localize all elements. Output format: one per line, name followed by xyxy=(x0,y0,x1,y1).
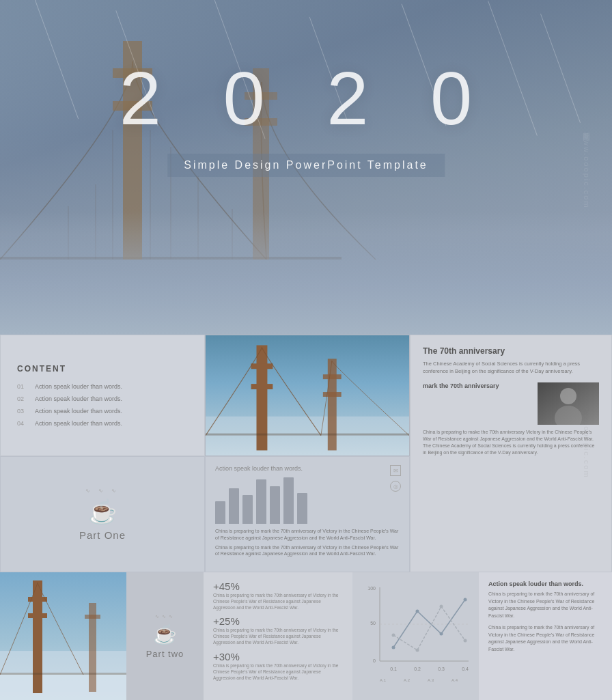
svg-text:50: 50 xyxy=(370,621,376,626)
action-body-f1: China is preparing to mark the 70th anni… xyxy=(488,591,602,619)
middle-section: CONTENT 01 Action speak louder than word… xyxy=(0,335,410,572)
svg-text:A.3: A.3 xyxy=(428,678,434,682)
svg-rect-86 xyxy=(0,673,126,700)
content-heading: CONTENT xyxy=(17,364,188,374)
email-r2: ✉ xyxy=(390,465,401,476)
fog-overlay xyxy=(0,212,612,335)
action-text-final: Action speak louder than words. China is… xyxy=(479,572,612,700)
item-01: 01 Action speak louder than words. xyxy=(17,383,188,390)
content-cell: CONTENT 01 Action speak louder than word… xyxy=(0,335,205,456)
svg-point-104 xyxy=(416,610,419,613)
chart-tagline-r2: Action speak louder than words. xyxy=(215,465,400,472)
svg-rect-89 xyxy=(28,613,47,618)
svg-point-110 xyxy=(464,639,467,643)
svg-rect-74 xyxy=(206,434,409,436)
svg-point-103 xyxy=(392,646,395,649)
b4 xyxy=(256,479,266,524)
svg-rect-70 xyxy=(251,384,273,389)
svg-text:100: 100 xyxy=(367,586,376,591)
b1 xyxy=(215,501,225,524)
svg-point-108 xyxy=(416,649,419,652)
bridge-bottom-final xyxy=(0,572,126,700)
bstat1: +45% China is preparing to mark the 70th… xyxy=(213,580,343,611)
bars-r2 xyxy=(215,477,400,524)
stats-text-final: +45% China is preparing to mark the 70th… xyxy=(204,572,352,700)
anniv-title: The 70th anniversary xyxy=(423,346,599,356)
svg-text:A.2: A.2 xyxy=(404,678,411,682)
b3 xyxy=(242,495,253,524)
coffee-final: ☕ xyxy=(153,623,177,645)
item-02: 02 Action speak louder than words. xyxy=(17,395,188,402)
anniv-desc: The Chinese Academy of Social Sciences i… xyxy=(423,360,599,376)
line-chart-svg-final: 100 50 0 0.1 0.2 0.3 0.4 A.1 A.2 A.3 A.4 xyxy=(361,580,471,686)
chart-desc-r2-2: China is preparing to mark the 70th anni… xyxy=(215,544,400,558)
line-chart-final: 100 50 0 0.1 0.2 0.3 0.4 A.1 A.2 A.3 A.4 xyxy=(352,572,479,700)
svg-rect-92 xyxy=(0,673,126,675)
svg-text:0.2: 0.2 xyxy=(414,667,421,671)
item-03: 03 Action speak louder than words. xyxy=(17,408,188,415)
location-r2: ◎ xyxy=(390,481,401,492)
bstat2: +25% China is preparing to mark the 70th… xyxy=(213,615,343,645)
steam-final: ∿∿∿ xyxy=(155,614,176,619)
bstat3: +30% China is preparing to mark the 70th… xyxy=(213,651,343,681)
steam-r1: ∿ ∿ ∿ xyxy=(85,488,120,494)
bridge-photo-r1 xyxy=(205,335,410,456)
coffee-r1: ☕ xyxy=(88,498,117,525)
b2 xyxy=(229,488,239,524)
svg-point-109 xyxy=(440,605,443,608)
watermark: 新图网 www.ooopic.com xyxy=(581,0,592,335)
svg-text:0: 0 xyxy=(373,658,376,663)
svg-point-107 xyxy=(392,634,395,637)
svg-rect-69 xyxy=(251,363,273,369)
chart-desc-r2-1: China is preparing to mark the 70th anni… xyxy=(215,528,400,542)
svg-text:A.1: A.1 xyxy=(380,678,387,682)
svg-text:A.4: A.4 xyxy=(451,678,458,682)
action-body-f2: China is preparing to mark the 70th anni… xyxy=(488,624,602,653)
action-title-final: Action speak louder than words. xyxy=(488,580,602,587)
hero-section: 2 0 2 0 Simple Design PowerPoint Templat… xyxy=(0,0,612,335)
hero-subtitle: Simple Design PowerPoint Template xyxy=(167,154,445,177)
svg-rect-67 xyxy=(206,417,409,456)
svg-point-105 xyxy=(440,632,443,636)
svg-text:0.4: 0.4 xyxy=(462,667,469,671)
svg-point-82 xyxy=(560,388,576,404)
svg-rect-91 xyxy=(85,615,100,619)
part-one-r1: ∿ ∿ ∿ ☕ Part One xyxy=(0,456,205,572)
svg-rect-71 xyxy=(328,359,337,450)
item-04: 04 Action speak louder than words. xyxy=(17,420,188,427)
bottom-section: ∿∿∿ ☕ Part two +45% China is preparing t… xyxy=(0,572,612,700)
part-one-text: Part One xyxy=(79,529,126,541)
b5 xyxy=(270,486,280,524)
svg-rect-73 xyxy=(323,392,342,397)
anniv-small-text: China is preparing to make the 70th anni… xyxy=(423,429,599,457)
svg-point-106 xyxy=(464,598,467,602)
chart-r2: Action speak louder than words. ✉ ◎ Chin… xyxy=(205,456,410,572)
part-two-final: ∿∿∿ ☕ Part two xyxy=(126,572,204,700)
part-two-final-text: Part two xyxy=(146,649,184,659)
watermark-2: 新图网 www.ooopic.com xyxy=(581,335,592,540)
svg-text:0.3: 0.3 xyxy=(438,667,445,671)
svg-text:0.1: 0.1 xyxy=(390,667,397,671)
svg-rect-72 xyxy=(323,374,342,379)
hero-year: 2 0 2 0 xyxy=(120,55,492,141)
b7 xyxy=(297,493,307,524)
b6 xyxy=(283,477,294,524)
chart-icons-r2: ✉ ◎ xyxy=(390,465,401,492)
